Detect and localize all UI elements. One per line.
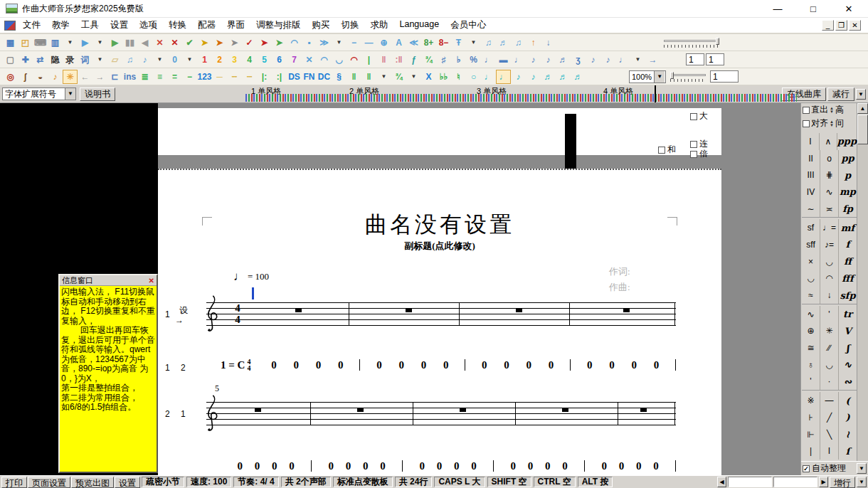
ornament-symbol-button[interactable]: ◡ [820,253,839,270]
digit-2-icon[interactable]: 2 [212,53,227,67]
dynamics-symbol-button[interactable]: tr [839,306,857,323]
dynamics-symbol-button[interactable]: fff [839,270,857,287]
note-beam-icon[interactable]: ♬ [496,36,511,50]
chevron-down-icon[interactable]: ▼ [856,89,866,100]
segno-icon[interactable]: § [332,70,346,84]
dropdown-arrow-icon[interactable]: ▼ [376,70,391,84]
font-extension-combo[interactable]: 字体扩展符号 ▼ [2,87,76,100]
menu-item[interactable]: 会员中心 [445,17,492,33]
select-rect-icon[interactable]: ▢ [3,53,18,67]
open-file-icon[interactable]: ◰ [18,36,33,50]
articulation-symbol-button[interactable]: ※ [802,392,820,409]
ornament-symbol-button[interactable]: o [820,150,839,167]
tempo-marking[interactable]: ♩ = 100 [233,270,269,284]
ornament-symbol-button[interactable]: ⋕ [820,166,839,184]
checkbox-double[interactable] [690,151,697,158]
half-note-icon[interactable]: ♩ [481,70,496,84]
articulation-symbol-button[interactable]: IV [802,184,820,201]
dynamics-symbol-button[interactable]: ʃ [839,339,857,356]
quarter-note-icon[interactable]: ♩ [481,53,496,67]
piano-keys-icon[interactable]: ▥ [48,36,63,50]
font-icon[interactable]: A [391,36,406,50]
articulation-symbol-button[interactable]: ⊕ [802,323,820,340]
repeat-start-icon[interactable]: |: [257,70,272,84]
reduce-row-button[interactable]: 减行 [827,87,854,101]
barline2-icon[interactable]: ‖ [346,70,361,84]
digit-1-icon[interactable]: 1 [197,53,212,67]
menu-item[interactable]: 求助 [365,17,394,33]
lyrics-icon[interactable]: 词 [78,53,92,67]
menu-item[interactable]: 工具 [75,17,105,33]
spinner-icon[interactable]: ▲▼ [830,107,834,114]
ornament-symbol-button[interactable]: ♩= [820,219,839,236]
natural-icon[interactable]: ♮ [451,70,466,84]
dash-short-icon[interactable]: − [346,36,361,50]
note-single-icon[interactable]: ♫ [511,36,526,50]
staff-4-lines-icon[interactable]: ≡ [152,70,167,84]
checkbox-big[interactable] [690,113,697,120]
menu-item[interactable]: 切换 [336,17,365,33]
quarter-note-selected-icon[interactable]: ♩ [496,70,511,84]
appoggiatura-icon[interactable]: ♪ [600,53,615,67]
dynamics-symbol-button[interactable]: mf [839,219,857,236]
target-icon[interactable]: ⊕ [376,36,391,50]
articulation-symbol-button[interactable]: ≈ [802,287,820,304]
menu-item[interactable]: 调整与排版 [250,17,307,33]
delete-x-icon[interactable]: ✕ [302,53,317,67]
statusbar-tab[interactable]: 打印 [1,477,27,488]
note-duration-icon[interactable]: ♪ [137,53,152,67]
double-barline-icon[interactable]: ‖ [376,53,391,67]
menu-item[interactable]: 转换 [163,17,192,33]
ornament-symbol-button[interactable]: ◠ [820,270,839,287]
play-icon[interactable]: ▶ [78,36,92,50]
note-pair-icon[interactable]: ♫ [481,36,496,50]
digit-4-icon[interactable]: 4 [242,53,257,67]
ornament-symbol-button[interactable]: ' [820,306,839,323]
ornament-symbol-button[interactable]: ∧ [820,133,837,150]
barline3-icon[interactable]: ‖ [361,70,376,84]
page-number-input[interactable] [710,70,739,83]
jianpu-measure[interactable]: 0 0 0 0 [571,359,676,371]
dynamics-symbol-button[interactable]: ppp [837,133,857,150]
staff-5-lines-icon[interactable]: ≣ [137,70,152,84]
eighth-note-cyan2-icon[interactable]: ♪ [526,70,541,84]
cursor-green-icon[interactable]: ➤ [272,36,287,50]
cursor-stop-yellow-icon[interactable]: ➤ [197,36,212,50]
articulation-symbol-button[interactable]: ' [802,373,820,391]
dynamics-symbol-button[interactable]: fp [839,201,857,218]
delete-note-icon[interactable]: ✕ [152,36,167,50]
dropdown-arrow-icon[interactable]: ▼ [332,36,346,50]
barline-icon[interactable]: | [361,53,376,67]
play-options-dropdown-icon[interactable]: ▼ [92,36,107,50]
articulation-symbol-button[interactable]: ≅ [802,339,820,356]
lyricist-label[interactable]: 作词: [609,265,630,278]
margin-icon[interactable]: Ŧ [451,36,466,50]
redo-icon[interactable]: → [92,70,107,84]
digit-0-icon[interactable]: 0 [167,53,182,67]
zoom-combo[interactable]: 100% ▼ [629,70,666,83]
menu-item[interactable]: 界面 [221,17,250,33]
dropdown-arrow-icon[interactable]: ▼ [63,36,78,50]
violin-icon[interactable]: ʃ [18,70,33,84]
time-signature-icon[interactable]: ¾ [421,53,436,67]
ornament-symbol-button[interactable]: ╱ [820,409,839,426]
import-down-icon[interactable]: ↓ [541,36,556,50]
eighth-note-icon[interactable]: ♪ [526,53,541,67]
treble-clef-icon[interactable]: ƒ [406,53,421,67]
cursor-red-icon[interactable]: ➤ [257,36,272,50]
mdi-close-button[interactable]: ✕ [849,20,861,31]
statusbar-tab[interactable]: 页面设置 [28,477,70,488]
dash-long-icon[interactable]: — [361,36,376,50]
dynamics-symbol-button[interactable]: ff [839,253,857,270]
zoom-slider[interactable] [670,72,706,82]
move-icon[interactable]: ✚ [18,53,33,67]
dynamics-symbol-button[interactable]: ( [839,392,857,409]
saxophone-icon[interactable]: ♪ [48,70,63,84]
digit-3-icon[interactable]: 3 [227,53,242,67]
manual-button[interactable]: 说明书 [80,87,115,101]
slur-up-icon[interactable]: ◡ [332,53,346,67]
dynamics-symbol-button[interactable]: ≀ [839,426,857,443]
swap-icon[interactable]: ⇄ [33,53,48,67]
articulation-symbol-button[interactable]: ∼ [802,201,820,218]
insert-mode-icon[interactable]: ins [122,70,137,84]
